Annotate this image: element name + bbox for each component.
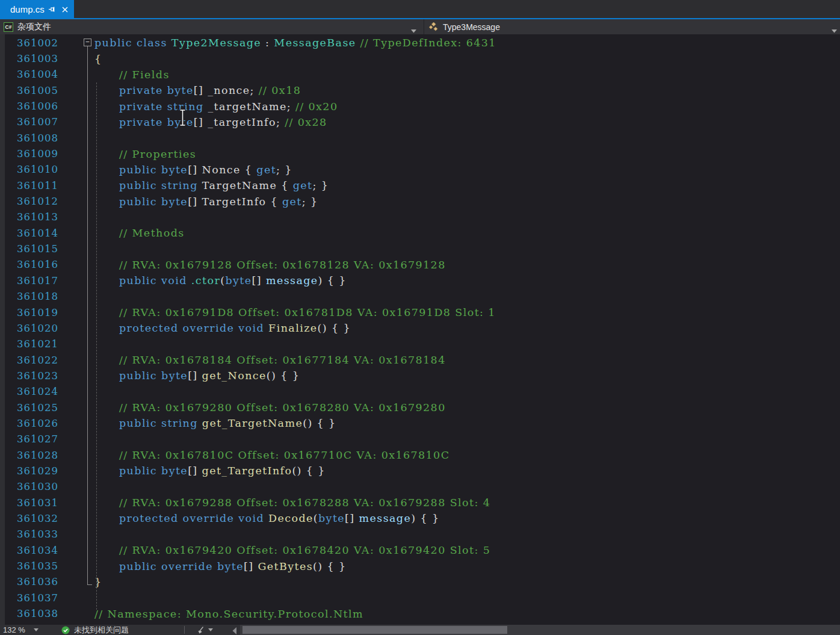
code-text: private byte[] _nonce; // 0x18 bbox=[56, 84, 301, 96]
line-number: 361038 bbox=[17, 608, 56, 619]
code-line[interactable]: 361002public class Type2Message : Messag… bbox=[0, 35, 840, 51]
code-line[interactable]: 361022// RVA: 0x1678184 Offset: 0x167718… bbox=[0, 352, 840, 368]
check-circle-icon bbox=[61, 626, 70, 634]
code-line[interactable]: 361034// RVA: 0x1679420 Offset: 0x167842… bbox=[0, 542, 840, 558]
code-text: // RVA: 0x16791D8 Offset: 0x16781D8 VA: … bbox=[56, 306, 496, 318]
indent-guide bbox=[96, 82, 97, 610]
code-line[interactable]: 361024 bbox=[0, 384, 840, 400]
code-line[interactable]: 361036} bbox=[0, 574, 840, 590]
line-number: 361013 bbox=[17, 211, 56, 223]
line-number: 361020 bbox=[17, 323, 56, 334]
code-line[interactable]: 361019// RVA: 0x16791D8 Offset: 0x16781D… bbox=[0, 305, 840, 320]
code-line[interactable]: 361009// Properties bbox=[0, 146, 840, 161]
chevron-down-icon[interactable] bbox=[34, 628, 39, 631]
line-number: 361027 bbox=[17, 433, 56, 445]
line-number: 361017 bbox=[17, 275, 56, 287]
close-icon[interactable] bbox=[61, 5, 69, 13]
code-text: // RVA: 0x1679288 Offset: 0x1678288 VA: … bbox=[56, 497, 490, 509]
code-line[interactable]: 361004// Fields bbox=[0, 67, 840, 82]
outline-guide-end bbox=[87, 584, 92, 585]
code-line[interactable]: 361023public byte[] get_Nonce() { } bbox=[0, 368, 840, 383]
code-line[interactable]: 361010public byte[] Nonce { get; } bbox=[0, 162, 840, 178]
horizontal-scrollbar-thumb[interactable] bbox=[242, 626, 507, 634]
horizontal-scrollbar[interactable] bbox=[240, 625, 840, 635]
code-line[interactable]: 361016// RVA: 0x1679128 Offset: 0x167812… bbox=[0, 257, 840, 273]
code-line[interactable]: 361037 bbox=[0, 590, 840, 606]
code-text: public byte[] Nonce { get; } bbox=[56, 164, 292, 176]
pin-icon[interactable] bbox=[48, 5, 56, 13]
navigation-bar: C# 杂项文件 Type3Message bbox=[0, 19, 840, 34]
code-text: // RVA: 0x1679420 Offset: 0x1678420 VA: … bbox=[56, 544, 490, 556]
fold-collapse-icon[interactable]: − bbox=[84, 39, 91, 46]
code-editor[interactable]: 361002public class Type2Message : Messag… bbox=[0, 34, 840, 625]
code-text: // Methods bbox=[56, 227, 185, 239]
code-line[interactable]: 361014// Methods bbox=[0, 225, 840, 241]
line-number: 361034 bbox=[17, 545, 56, 556]
code-line[interactable]: 361031// RVA: 0x1679288 Offset: 0x167828… bbox=[0, 495, 840, 510]
code-line[interactable]: 361006private string _targetName; // 0x2… bbox=[0, 98, 840, 114]
code-cleanup-icon bbox=[196, 626, 205, 634]
chevron-down-icon[interactable] bbox=[208, 628, 213, 631]
vs-editor-window: dump.cs C# 杂项文件 bbox=[0, 0, 840, 635]
line-number: 361002 bbox=[17, 37, 56, 49]
code-text: public void .ctor(byte[] message) { } bbox=[56, 274, 347, 287]
line-number: 361028 bbox=[17, 450, 56, 461]
line-number: 361033 bbox=[17, 528, 56, 540]
symbol-dropdown[interactable]: Type3Message bbox=[424, 19, 840, 34]
code-line[interactable]: 361027 bbox=[0, 432, 840, 447]
code-line[interactable]: 361011public string TargetName { get; } bbox=[0, 178, 840, 193]
code-text: // Namespace: Mono.Security.Protocol.Ntl… bbox=[56, 608, 363, 620]
code-line[interactable]: 361007private byte[] _targetInfo; // 0x2… bbox=[0, 114, 840, 130]
code-text: public class Type2Message : MessageBase … bbox=[56, 37, 496, 49]
code-text: { bbox=[56, 53, 102, 65]
code-line[interactable]: 361030 bbox=[0, 479, 840, 495]
code-line[interactable]: 361018 bbox=[0, 289, 840, 305]
code-line[interactable]: 361038// Namespace: Mono.Security.Protoc… bbox=[0, 606, 840, 621]
code-text: public string get_TargetName() { } bbox=[56, 417, 336, 429]
line-number: 361015 bbox=[17, 243, 56, 255]
tab-bar: dump.cs bbox=[0, 0, 840, 18]
code-line[interactable]: 361033 bbox=[0, 527, 840, 542]
issues-text: 未找到相关问题 bbox=[74, 625, 129, 635]
tab-dump-cs[interactable]: dump.cs bbox=[0, 0, 74, 18]
code-line[interactable]: 361003{ bbox=[0, 51, 840, 66]
code-line[interactable]: 361035public override byte[] GetBytes() … bbox=[0, 558, 840, 574]
code-line[interactable]: 361029public byte[] get_TargetInfo() { } bbox=[0, 463, 840, 479]
code-line[interactable]: 361015 bbox=[0, 241, 840, 256]
code-line[interactable]: 361026public string get_TargetName() { } bbox=[0, 415, 840, 431]
line-number: 361004 bbox=[17, 69, 56, 80]
line-number: 361037 bbox=[17, 592, 56, 604]
outline-guide-line bbox=[87, 46, 88, 585]
line-number: 361003 bbox=[17, 53, 56, 64]
issues-indicator[interactable]: 未找到相关问题 bbox=[61, 625, 129, 635]
code-line[interactable]: 361012public byte[] TargetInfo { get; } bbox=[0, 193, 840, 209]
code-line[interactable]: 361020protected override void Finalize()… bbox=[0, 320, 840, 336]
code-line[interactable]: 361025// RVA: 0x1679280 Offset: 0x167828… bbox=[0, 400, 840, 415]
code-line[interactable]: 361013 bbox=[0, 209, 840, 225]
code-text: // RVA: 0x1679280 Offset: 0x1678280 VA: … bbox=[56, 401, 446, 414]
project-dropdown[interactable]: C# 杂项文件 bbox=[0, 19, 424, 34]
line-number: 361005 bbox=[17, 85, 56, 96]
line-number: 361025 bbox=[17, 402, 56, 414]
tab-title: dump.cs bbox=[0, 4, 45, 14]
line-number: 361009 bbox=[17, 148, 56, 160]
code-text: public byte[] TargetInfo { get; } bbox=[56, 196, 318, 208]
code-text: // Properties bbox=[56, 148, 196, 160]
project-dropdown-label: 杂项文件 bbox=[17, 22, 51, 33]
code-line[interactable]: 361021 bbox=[0, 336, 840, 352]
line-number: 361011 bbox=[17, 180, 56, 191]
line-number: 361022 bbox=[17, 355, 56, 366]
code-line[interactable]: 361032protected override void Decode(byt… bbox=[0, 510, 840, 526]
code-text: public byte[] get_Nonce() { } bbox=[56, 370, 300, 382]
code-text: protected override void Finalize() { } bbox=[56, 322, 351, 334]
code-line[interactable]: 361028// RVA: 0x167810C Offset: 0x167710… bbox=[0, 447, 840, 463]
code-line[interactable]: 361008 bbox=[0, 130, 840, 146]
scroll-left-icon[interactable] bbox=[232, 626, 237, 635]
zoom-level: 132 % bbox=[3, 625, 25, 634]
line-number: 361008 bbox=[17, 132, 56, 144]
line-number: 361035 bbox=[17, 560, 56, 572]
code-line[interactable]: 361005private byte[] _nonce; // 0x18 bbox=[0, 82, 840, 98]
code-cleanup-button[interactable] bbox=[196, 625, 213, 635]
zoom-control[interactable]: 132 % bbox=[0, 625, 39, 635]
code-line[interactable]: 361017public void .ctor(byte[] message) … bbox=[0, 273, 840, 288]
